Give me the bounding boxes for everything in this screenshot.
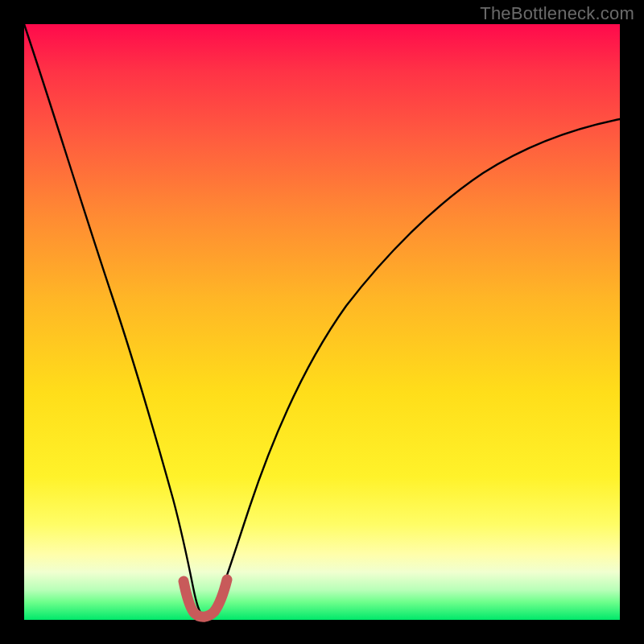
optimal-zone-marker — [184, 580, 227, 617]
bottleneck-curve — [24, 24, 620, 617]
chart-plot-area — [24, 24, 620, 620]
watermark-text: TheBottleneck.com — [480, 3, 634, 24]
chart-svg — [24, 24, 620, 620]
